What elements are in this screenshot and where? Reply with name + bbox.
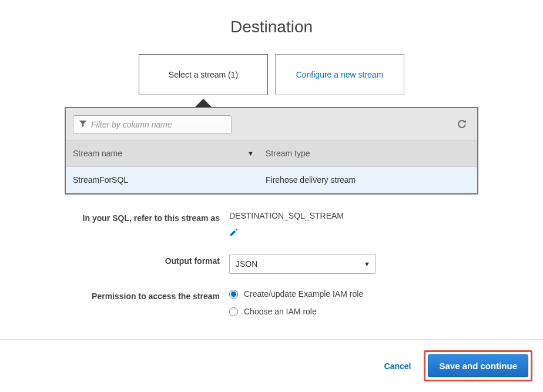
output-format-select[interactable]: JSON bbox=[229, 254, 376, 274]
cell-stream-type: Firehose delivery stream bbox=[261, 175, 470, 185]
row-output-format: Output format JSON ▼ bbox=[65, 254, 478, 274]
column-header-type-label: Stream type bbox=[266, 149, 310, 158]
tab-configure-stream-label: Configure a new stream bbox=[296, 70, 384, 79]
label-sql-refer: In your SQL, refer to this stream as bbox=[65, 211, 229, 223]
output-format-select-wrap: JSON ▼ bbox=[229, 254, 376, 274]
page-title: Destination bbox=[0, 18, 543, 36]
refresh-icon bbox=[456, 118, 468, 130]
row-permission: Permission to access the stream Create/u… bbox=[65, 289, 478, 320]
radio-row-choose: Choose an IAM role bbox=[229, 307, 478, 316]
permission-options: Create/update Example IAM role Choose an… bbox=[229, 289, 478, 320]
radio-choose-role-label[interactable]: Choose an IAM role bbox=[244, 307, 317, 316]
cell-stream-name: StreamForSQL bbox=[73, 175, 261, 185]
row-sql-refer: In your SQL, refer to this stream as DES… bbox=[65, 211, 478, 239]
column-header-type[interactable]: Stream type bbox=[261, 149, 470, 158]
save-button-highlight: Save and continue bbox=[424, 350, 532, 381]
stream-panel: Stream name ▼ Stream type StreamForSQL F… bbox=[65, 107, 478, 195]
value-sql-refer: DESTINATION_SQL_STREAM bbox=[229, 211, 478, 239]
edit-icon[interactable] bbox=[229, 229, 478, 239]
sort-desc-icon: ▼ bbox=[247, 150, 254, 157]
radio-create-role[interactable] bbox=[229, 290, 238, 299]
cancel-button[interactable]: Cancel bbox=[384, 361, 411, 371]
tab-arrow-wrap bbox=[0, 95, 475, 107]
refresh-button[interactable] bbox=[454, 116, 470, 134]
table-header: Stream name ▼ Stream type bbox=[66, 140, 477, 167]
label-permission: Permission to access the stream bbox=[65, 289, 229, 301]
radio-choose-role[interactable] bbox=[229, 307, 238, 316]
column-header-name[interactable]: Stream name ▼ bbox=[73, 149, 261, 158]
table-row[interactable]: StreamForSQL Firehose delivery stream bbox=[66, 167, 477, 193]
column-header-name-label: Stream name bbox=[73, 149, 122, 158]
tab-select-stream-label: Select a stream (1) bbox=[169, 70, 238, 79]
tabs-row: Select a stream (1) Configure a new stre… bbox=[0, 54, 543, 95]
footer-bar: Cancel Save and continue bbox=[0, 339, 543, 392]
radio-create-role-label[interactable]: Create/update Example IAM role bbox=[244, 289, 363, 299]
tab-pointer-icon bbox=[195, 99, 212, 107]
filter-input[interactable] bbox=[73, 115, 232, 134]
filter-icon bbox=[79, 120, 87, 130]
tab-select-stream[interactable]: Select a stream (1) bbox=[139, 54, 268, 95]
label-output-format: Output format bbox=[65, 254, 229, 266]
save-and-continue-button[interactable]: Save and continue bbox=[428, 354, 528, 377]
tab-configure-stream[interactable]: Configure a new stream bbox=[275, 54, 404, 95]
radio-row-create: Create/update Example IAM role bbox=[229, 289, 478, 299]
sql-stream-name: DESTINATION_SQL_STREAM bbox=[229, 211, 344, 220]
filter-row bbox=[66, 108, 477, 140]
filter-input-wrap bbox=[73, 115, 232, 134]
form-section: In your SQL, refer to this stream as DES… bbox=[65, 211, 478, 320]
